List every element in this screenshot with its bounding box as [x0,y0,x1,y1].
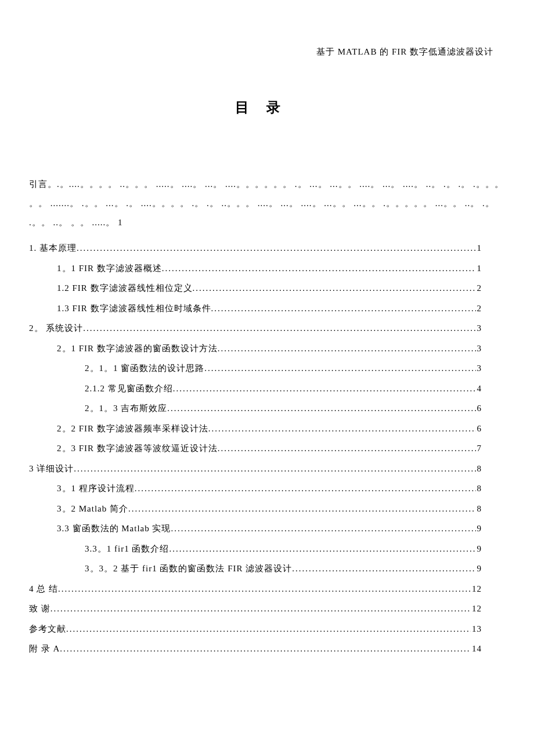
toc-entry: 2。 系统设计 3 [29,318,482,339]
toc-page-number: 7 [476,438,482,459]
toc-page-number: 8 [476,499,482,519]
toc-entry: 3 详细设计 8 [29,459,482,479]
toc-label: 2。3 FIR 数字滤波器等波纹逼近设计法 [57,438,218,459]
intro-paragraph: 引言。.。....。。。。 ..。。。 .....。 ....。 ...。 ..… [17,175,505,232]
toc-label: 3。1 程序设计流程 [57,478,135,499]
toc-label: 2.1.2 常见窗函数介绍 [85,379,173,399]
toc-page-number: 2 [476,278,482,298]
toc-leader-dots [77,238,476,258]
toc-leader-dots [162,258,476,279]
toc-label: 2。2 FIR 数字滤波器频率采样设计法 [57,419,208,439]
toc-entry: 2。1。1 窗函数法的设计思路3 [29,358,482,379]
toc-page-number: 13 [471,619,482,639]
toc-label: 2。 系统设计 [29,318,83,339]
running-header: 基于 MATLAB 的 FIR 数字低通滤波器设计 [17,46,505,57]
toc-label: 1. 基本原理 [29,238,77,258]
toc-page-number: 6 [476,419,482,439]
toc-label: 3。2 Matlab 简介 [57,499,128,519]
toc-entry: 1.2 FIR 数字滤波器线性相位定义 2 [29,278,482,298]
toc-entry: 1. 基本原理 1 [29,238,482,258]
toc-entry: 1。1 FIR 数字滤波器概述1 [29,258,482,279]
toc-label: 3 详细设计 [29,459,74,479]
toc-entry: 3。1 程序设计流程8 [29,478,482,499]
toc-leader-dots [292,559,475,579]
toc-leader-dots [218,438,476,459]
toc-label: 1.3 FIR 数字滤波器线性相位时域条件 [57,298,211,319]
toc-page-number: 1 [476,238,482,258]
toc-entry: 附 录 A14 [29,639,482,659]
toc-label: 致 谢 [29,599,50,619]
toc-page-number: 6 [476,398,482,419]
toc-entry: 2。3 FIR 数字滤波器等波纹逼近设计法 7 [29,438,482,459]
toc-page-number: 9 [476,559,482,579]
toc-page-number: 14 [471,639,482,659]
toc-entry: 3.3。1 fir1 函数介绍9 [29,539,482,559]
toc-leader-dots [218,339,476,359]
toc-page-number: 9 [476,539,482,559]
toc-entry: 3.3 窗函数法的 Matlab 实现 9 [29,519,482,539]
toc-leader-dots [135,478,476,499]
toc-entry: 2。1 FIR 数字滤波器的窗函数设计方法 3 [29,339,482,359]
toc-label: 附 录 A [29,639,60,659]
toc-page-number: 4 [476,379,482,399]
toc-leader-dots [167,398,475,419]
toc-page-number: 1 [476,258,482,279]
toc-leader-dots [50,599,471,619]
toc-leader-dots [83,318,475,339]
toc-entry: 1.3 FIR 数字滤波器线性相位时域条件 2 [29,298,482,319]
toc-label: 1.2 FIR 数字滤波器线性相位定义 [57,278,193,298]
toc-entry: 3。2 Matlab 简介 8 [29,499,482,519]
toc-entry: 4 总 结 12 [29,579,482,599]
toc-label: 3.3 窗函数法的 Matlab 实现 [57,519,171,539]
toc-label: 3。3。2 基于 fir1 函数的窗函数法 FIR 滤波器设计 [85,559,292,579]
toc-leader-dots [173,379,476,399]
toc-leader-dots [58,579,471,599]
toc-label: 4 总 结 [29,579,58,599]
toc-page-number: 12 [471,579,482,599]
toc-page-number: 3 [476,339,482,359]
toc-leader-dots [74,459,475,479]
toc-leader-dots [60,639,471,659]
toc-label: 3.3。1 fir1 函数介绍 [85,539,169,559]
toc-label: 2。1。1 窗函数法的设计思路 [85,358,204,379]
toc-entry: 2.1.2 常见窗函数介绍 4 [29,379,482,399]
toc-leader-dots [204,358,475,379]
toc-leader-dots [208,419,476,439]
toc-entry: 3。3。2 基于 fir1 函数的窗函数法 FIR 滤波器设计9 [29,559,482,579]
toc-page-number: 9 [476,519,482,539]
toc-page-number: 2 [476,298,482,319]
toc-leader-dots [171,519,476,539]
toc-page-number: 12 [471,599,482,619]
toc-page-number: 3 [476,358,482,379]
toc-label: 参考文献 [29,619,66,639]
toc-page-number: 8 [476,478,482,499]
toc-label: 2。1 FIR 数字滤波器的窗函数设计方法 [57,339,218,359]
toc-entry: 2。1。3 吉布斯效应 6 [29,398,482,419]
toc-entry: 2。2 FIR 数字滤波器频率采样设计法 6 [29,419,482,439]
table-of-contents: 1. 基本原理 11。1 FIR 数字滤波器概述11.2 FIR 数字滤波器线性… [17,238,505,659]
toc-label: 1。1 FIR 数字滤波器概述 [57,258,162,279]
toc-leader-dots [193,278,476,298]
toc-entry: 参考文献 13 [29,619,482,639]
toc-leader-dots [128,499,476,519]
toc-entry: 致 谢 12 [29,599,482,619]
toc-page-number: 8 [476,459,482,479]
page-title: 目 录 [17,98,505,117]
toc-label: 2。1。3 吉布斯效应 [85,398,167,419]
toc-leader-dots [66,619,471,639]
toc-page-number: 3 [476,318,482,339]
toc-leader-dots [169,539,475,559]
document-page: 基于 MATLAB 的 FIR 数字低通滤波器设计 目 录 引言。.。....。… [0,0,534,688]
toc-leader-dots [211,298,476,319]
